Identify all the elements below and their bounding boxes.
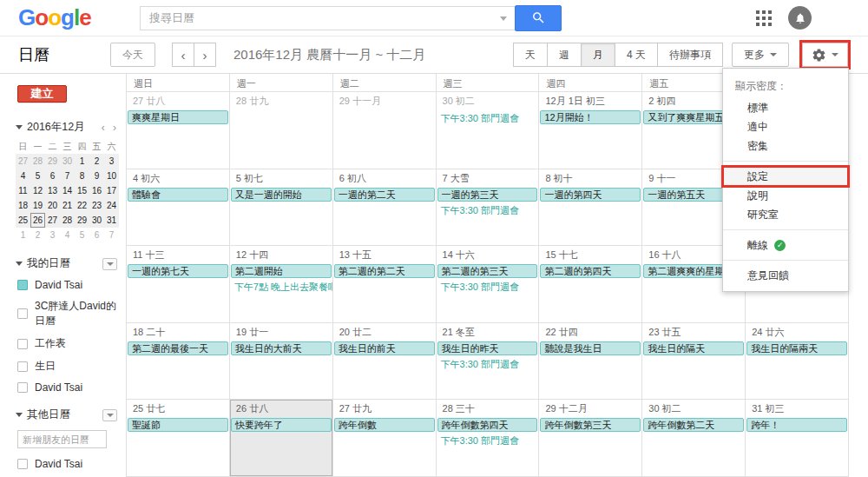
event-bar[interactable]: 我生日的隔兩天: [746, 341, 847, 355]
event-timed[interactable]: 下午3:30 部門週會: [437, 279, 539, 294]
settings-gear-button[interactable]: [802, 43, 848, 67]
event-bar[interactable]: 第二週的第三天: [437, 264, 538, 278]
menu-item-offline[interactable]: 離線✓: [723, 235, 848, 255]
mini-day-cell[interactable]: 16: [89, 183, 104, 198]
event-bar[interactable]: 我生日的大前天: [231, 341, 332, 355]
mini-day-cell[interactable]: 26: [30, 213, 45, 228]
event-bar[interactable]: 爽爽星期日: [128, 110, 228, 124]
event-bar[interactable]: 體驗會: [128, 188, 228, 202]
other-calendars-collapse-icon[interactable]: [16, 413, 23, 417]
calendar-list-item[interactable]: 工作表: [17, 336, 126, 351]
menu-item-labs[interactable]: 研究室: [723, 205, 848, 224]
day-cell[interactable]: 31 初三跨年！: [746, 400, 849, 476]
event-timed[interactable]: 下午7點 晚上出去聚餐吧！: [230, 279, 332, 294]
event-bar[interactable]: 跨年倒數第三天: [540, 418, 641, 432]
day-cell[interactable]: 27 廿八爽爽星期日: [127, 92, 230, 169]
mini-day-cell[interactable]: 17: [104, 183, 119, 198]
event-bar[interactable]: 一週的第四天: [540, 188, 641, 202]
calendar-color-swatch[interactable]: [17, 459, 28, 469]
prev-button[interactable]: ‹: [172, 43, 194, 67]
calendar-color-swatch[interactable]: [17, 382, 28, 393]
menu-item-settings[interactable]: 設定: [723, 167, 848, 186]
day-cell[interactable]: 11 十三一週的第七天: [127, 246, 230, 322]
notifications-bell-icon[interactable]: [788, 6, 812, 30]
day-cell[interactable]: 28 廿九: [230, 92, 333, 169]
day-cell[interactable]: 19 廿一我生日的大前天: [230, 323, 333, 400]
mini-day-cell[interactable]: 8: [75, 169, 89, 183]
mini-day-cell[interactable]: 4: [16, 169, 30, 183]
mini-day-cell[interactable]: 6: [89, 228, 104, 242]
event-bar[interactable]: 跨年倒數: [334, 418, 435, 432]
avatar[interactable]: D: [828, 6, 852, 30]
next-button[interactable]: ›: [194, 43, 216, 67]
event-bar[interactable]: 第二週的第四天: [540, 264, 641, 278]
day-cell[interactable]: 30 初二下午3:30 部門週會: [437, 92, 540, 169]
day-cell[interactable]: 5 初七又是一週的開始: [230, 169, 333, 246]
mini-day-cell[interactable]: 27: [16, 154, 30, 169]
day-cell[interactable]: 12 十四第二週開始下午7點 晚上出去聚餐吧！: [230, 246, 333, 322]
mini-day-cell[interactable]: 5: [75, 228, 89, 242]
mini-day-cell[interactable]: 2: [30, 228, 45, 242]
search-button[interactable]: [515, 5, 562, 31]
event-bar[interactable]: 聽說是我生日: [540, 341, 641, 355]
mini-day-cell[interactable]: 18: [16, 198, 30, 213]
event-bar[interactable]: 跨年！: [746, 418, 847, 432]
day-cell[interactable]: 18 二十第二週的最後一天: [127, 323, 230, 400]
day-cell[interactable]: 23 廿五我生日的隔天: [642, 323, 746, 400]
mini-day-cell[interactable]: 29: [45, 154, 60, 169]
mini-day-cell[interactable]: 11: [16, 183, 30, 198]
event-bar[interactable]: 第二週的第二天: [334, 264, 435, 278]
day-cell[interactable]: 20 廿二我生日的前天: [333, 323, 437, 400]
mini-day-cell[interactable]: 29: [75, 213, 89, 228]
calendar-list-item[interactable]: 生日: [17, 359, 126, 374]
more-button[interactable]: 更多: [732, 43, 789, 67]
search-dropdown-caret-icon[interactable]: [500, 17, 507, 21]
event-bar[interactable]: 跨年倒數第二天: [643, 418, 744, 432]
calendar-list-item[interactable]: David Tsai: [17, 381, 126, 394]
event-bar[interactable]: 跨年倒數第四天: [437, 418, 538, 432]
apps-grid-icon[interactable]: [756, 10, 772, 26]
mini-day-cell[interactable]: 6: [45, 169, 60, 183]
mini-day-cell[interactable]: 9: [89, 169, 104, 183]
day-cell[interactable]: 8 初十一週的第四天: [539, 169, 642, 246]
event-timed[interactable]: 下午3:30 部門週會: [437, 202, 539, 217]
mini-day-cell[interactable]: 27: [45, 213, 60, 228]
mini-day-cell[interactable]: 20: [45, 198, 60, 213]
mini-day-cell[interactable]: 31: [104, 213, 119, 228]
day-cell[interactable]: 25 廿七聖誕節: [127, 400, 230, 476]
view-button-week[interactable]: 週: [547, 43, 582, 67]
event-bar[interactable]: 我生日的隔天: [643, 341, 744, 355]
mini-prev-button[interactable]: ‹: [99, 122, 108, 134]
mini-day-cell[interactable]: 13: [45, 183, 60, 198]
calendar-list-item[interactable]: David Tsai: [17, 458, 126, 470]
mini-day-cell[interactable]: 30: [89, 213, 104, 228]
event-timed[interactable]: 下午3:30 部門週會: [437, 110, 539, 125]
my-calendars-menu-button[interactable]: [102, 258, 117, 270]
menu-item-standard[interactable]: 標準: [723, 98, 848, 117]
mini-day-cell[interactable]: 1: [75, 154, 89, 169]
mini-day-cell[interactable]: 5: [30, 169, 45, 183]
event-bar[interactable]: 快要跨年了: [231, 418, 332, 432]
mini-day-cell[interactable]: 23: [89, 198, 104, 213]
mini-day-cell[interactable]: 7: [60, 169, 75, 183]
day-cell[interactable]: 4 初六體驗會: [127, 169, 230, 246]
event-bar[interactable]: 又是一週的開始: [231, 188, 332, 202]
create-button[interactable]: 建立: [17, 85, 67, 103]
view-button-4days[interactable]: 4 天: [615, 43, 658, 67]
event-bar[interactable]: 聖誕節: [128, 418, 228, 432]
mini-day-cell[interactable]: 28: [60, 213, 75, 228]
mini-day-cell[interactable]: 12: [30, 183, 45, 198]
add-friend-calendar-input[interactable]: [17, 430, 107, 448]
day-cell[interactable]: 13 十五第二週的第二天: [333, 246, 437, 322]
event-bar[interactable]: 一週的第二天: [334, 188, 435, 202]
mini-day-cell[interactable]: 22: [75, 198, 89, 213]
mini-day-cell[interactable]: 19: [30, 198, 45, 213]
day-cell[interactable]: 27 廿九跨年倒數: [333, 400, 437, 476]
event-timed[interactable]: 下午3:30 部門週會: [437, 356, 539, 371]
calendar-list-item[interactable]: David Tsai: [17, 279, 126, 291]
today-button[interactable]: 今天: [110, 43, 155, 67]
day-cell[interactable]: 28 三十跨年倒數第四天下午3:30 部門週會: [437, 400, 540, 476]
calendar-list-item[interactable]: 3C胖達人David的日曆: [17, 299, 126, 328]
event-timed[interactable]: 下午3:30 部門週會: [437, 433, 539, 447]
event-bar[interactable]: 12月開始！: [540, 110, 641, 124]
